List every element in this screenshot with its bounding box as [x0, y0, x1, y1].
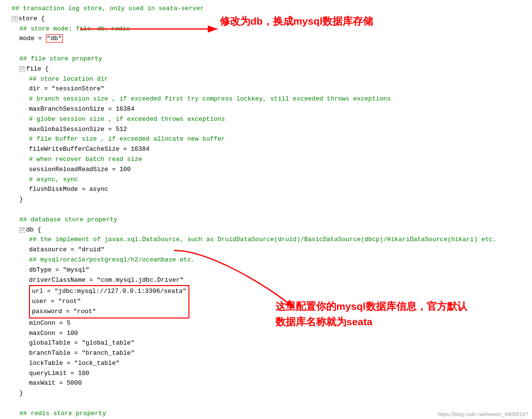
line-16: # when recover batch read size — [10, 155, 532, 165]
line-15: fileWriteBufferCacheSize = 16384 — [10, 144, 532, 155]
collapse-store[interactable]: □ — [12, 16, 17, 22]
line-21 — [10, 205, 532, 215]
line-4-text: mode = "db" — [19, 34, 63, 44]
line-20: } — [10, 195, 532, 205]
line-18: # async, sync — [10, 175, 532, 185]
collapse-db[interactable]: □ — [19, 227, 25, 233]
code-area: ## transaction log store, only used in s… — [0, 0, 532, 419]
line-12: # globe session size , if exceeded throw… — [10, 115, 532, 125]
collapse-file[interactable]: □ — [19, 66, 25, 72]
line-36: lockTable = "lock_table" — [10, 359, 532, 369]
line-9: dir = "sessionStore" — [10, 84, 532, 94]
line-37: queryLimit = 100 — [10, 369, 532, 379]
line-31: password = "root" — [32, 307, 187, 317]
mode-highlight: "db" — [46, 34, 63, 43]
line-24: ## the implement of javax.sql.DataSource… — [10, 235, 532, 245]
line-17: sessionReloadReadSize = 100 — [10, 165, 532, 175]
annotation-2-line2: 数据库名称就为seata — [275, 314, 467, 330]
line-27: dbType = "mysql" — [10, 265, 532, 275]
line-22: ## database store property — [10, 215, 532, 225]
line-7: □ file { — [10, 64, 532, 74]
line-7-text: file { — [26, 64, 49, 74]
line-6: ## file store property — [10, 54, 532, 64]
line-25: datasource = "druid" — [10, 245, 532, 255]
line-4: mode = "db" — [10, 34, 532, 44]
line-3-text: ## store mode: file、db、redis — [19, 24, 130, 34]
db-credentials-box: url = "jdbc:mysql://127.0.0.1:3306/seata… — [29, 285, 189, 318]
line-2-text: store { — [18, 14, 45, 24]
line-26: ## mysql/oracle/postgresql/h2/oceanbase … — [10, 255, 532, 265]
annotation-2: 这里配置你的mysql数据库信息，官方默认 数据库名称就为seata — [275, 299, 467, 329]
line-38: maxWait = 5000 — [10, 378, 532, 389]
watermark: https://blog.csdn.net/weixin_44099147 — [438, 411, 528, 417]
line-1-text: ## transaction log store, only used in s… — [12, 4, 204, 14]
line-19: flushDiskMode = async — [10, 185, 532, 195]
annotation-1: 修改为db，换成mysql数据库存储 — [220, 14, 373, 28]
line-28: driverClassName = "com.mysql.jdbc.Driver… — [10, 275, 532, 286]
line-8: ## store location dir — [10, 74, 532, 85]
line-35: branchTable = "branch_table" — [10, 348, 532, 359]
line-14: # file buffer size , if exceeded allocat… — [10, 134, 532, 144]
line-1: ## transaction log store, only used in s… — [10, 4, 532, 14]
line-33: maxConn = 100 — [10, 329, 532, 339]
line-6-text: ## file store property — [19, 54, 102, 64]
line-30: user = "root" — [32, 297, 187, 307]
line-40 — [10, 399, 532, 409]
line-34: globalTable = "global_table" — [10, 338, 532, 348]
line-13: maxGlobalSessionSize = 512 — [10, 125, 532, 135]
line-5 — [10, 44, 532, 54]
annotation-2-line1: 这里配置你的mysql数据库信息，官方默认 — [275, 299, 467, 314]
line-11: maxBranchSessionSize = 16384 — [10, 104, 532, 115]
line-23: □ db { — [10, 225, 532, 235]
line-10: # branch session size , if exceeded firs… — [10, 94, 532, 104]
line-39: } — [10, 389, 532, 399]
line-29: url = "jdbc:mysql://127.0.0.1:3306/seata… — [32, 287, 187, 297]
